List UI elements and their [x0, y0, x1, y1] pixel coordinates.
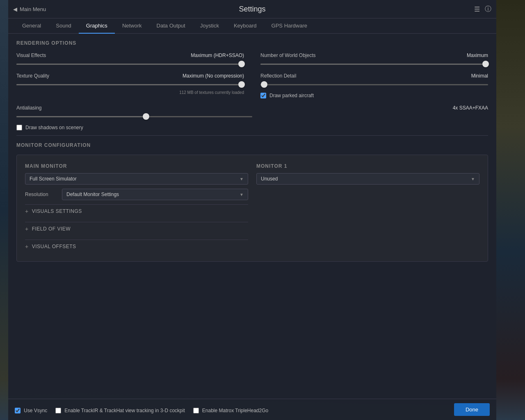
draw-shadows-row: Draw shadows on scenery — [16, 125, 488, 130]
rendering-grid: Visual Effects Maximum (HDR+SSAO) Number… — [16, 52, 488, 98]
resolution-label: Resolution — [25, 192, 58, 197]
visual-offsets-plus-icon: + — [25, 243, 29, 250]
visual-effects-fill — [16, 64, 242, 65]
back-arrow-icon: ◀ — [13, 6, 17, 12]
header: ◀ Main Menu Settings ☰ ⓘ — [8, 0, 496, 18]
tab-joystick[interactable]: Joystick — [193, 18, 226, 34]
visuals-settings-label: VISUALS SETTINGS — [32, 208, 82, 214]
visual-offsets-section: + VISUAL OFFSETS — [25, 240, 248, 253]
antialiasing-slider[interactable] — [16, 112, 252, 121]
reflection-detail-slider[interactable] — [260, 80, 488, 89]
monitor1-dropdown-value: Unused — [261, 176, 278, 182]
trackir-label: Enable TrackIR & TrackHat view tracking … — [64, 408, 185, 413]
tab-gps-hardware[interactable]: GPS Hardware — [264, 18, 315, 34]
matrox-checkbox[interactable] — [193, 408, 199, 413]
monitor1-title: MONITOR 1 — [256, 163, 479, 169]
texture-quality-slider-row: Texture Quality Maximum (No compression)… — [16, 73, 244, 98]
world-objects-fill — [260, 64, 486, 65]
visual-effects-slider[interactable] — [16, 60, 244, 68]
monitor1-dropdown-row: Unused ▼ — [256, 173, 479, 185]
resolution-chevron-icon: ▼ — [240, 192, 244, 197]
back-label: Main Menu — [20, 6, 46, 12]
world-objects-header: Number of World Objects Maximum — [260, 52, 488, 58]
texture-quality-fill — [16, 84, 242, 85]
draw-shadows-label: Draw shadows on scenery — [25, 125, 83, 130]
antialiasing-slider-row: Antialiasing 4x SSAA+FXAA — [16, 105, 488, 121]
done-button[interactable]: Done — [454, 403, 490, 416]
texture-quality-subtext: 112 MB of textures currently loaded — [16, 90, 244, 95]
visual-effects-thumb[interactable] — [238, 61, 245, 67]
tab-general[interactable]: General — [15, 18, 48, 34]
visuals-settings-header[interactable]: + VISUALS SETTINGS — [25, 208, 248, 215]
visual-offsets-header[interactable]: + VISUAL OFFSETS — [25, 243, 248, 250]
world-objects-value: Maximum — [467, 52, 488, 58]
main-monitor-dropdown-value: Full Screen Simulator — [30, 176, 77, 182]
antialiasing-thumb[interactable] — [143, 113, 149, 120]
resolution-row: Resolution Default Monitor Settings ▼ — [25, 189, 248, 200]
field-of-view-label: FIELD OF VIEW — [32, 226, 71, 232]
visual-effects-header: Visual Effects Maximum (HDR+SSAO) — [16, 52, 244, 58]
texture-quality-slider[interactable] — [16, 80, 244, 89]
page-title: Settings — [239, 5, 265, 14]
trackir-row: Enable TrackIR & TrackHat view tracking … — [55, 408, 185, 413]
world-objects-label: Number of World Objects — [260, 52, 316, 58]
world-objects-slider[interactable] — [260, 60, 488, 68]
monitor-config-box: MAIN MONITOR Full Screen Simulator ▼ Res… — [16, 155, 488, 262]
visual-effects-slider-row: Visual Effects Maximum (HDR+SSAO) — [16, 52, 244, 68]
world-objects-thumb[interactable] — [482, 61, 489, 67]
reflection-detail-value: Minimal — [471, 73, 488, 79]
reflection-detail-header: Reflection Detail Minimal — [260, 73, 488, 79]
settings-panel: ◀ Main Menu Settings ☰ ⓘ General Sound G… — [8, 0, 496, 420]
monitor1-dropdown[interactable]: Unused ▼ — [256, 173, 479, 185]
texture-quality-header: Texture Quality Maximum (No compression) — [16, 73, 244, 79]
content-area: RENDERING OPTIONS Visual Effects Maximum… — [8, 34, 496, 399]
resolution-value: Default Monitor Settings — [66, 192, 119, 197]
antialiasing-value: 4x SSAA+FXAA — [453, 105, 488, 111]
main-monitor-dropdown[interactable]: Full Screen Simulator ▼ — [25, 173, 248, 185]
rendering-options-title: RENDERING OPTIONS — [16, 40, 488, 46]
tab-graphics[interactable]: Graphics — [79, 18, 115, 34]
main-monitor-block: MAIN MONITOR Full Screen Simulator ▼ Res… — [25, 163, 248, 253]
monitor1-chevron-icon: ▼ — [471, 177, 475, 181]
trackir-checkbox[interactable] — [55, 408, 61, 413]
reflection-detail-label: Reflection Detail — [260, 73, 296, 79]
monitor1-block: MONITOR 1 Unused ▼ — [256, 163, 479, 253]
sliders-icon[interactable]: ☰ — [474, 5, 480, 13]
tab-data-output[interactable]: Data Output — [149, 18, 193, 34]
tabs-bar: General Sound Graphics Network Data Outp… — [8, 18, 496, 34]
matrox-row: Enable Matrox TripleHead2Go — [193, 408, 268, 413]
tab-keyboard[interactable]: Keyboard — [226, 18, 264, 34]
antialiasing-header: Antialiasing 4x SSAA+FXAA — [16, 105, 488, 111]
antialiasing-fill — [16, 116, 146, 117]
texture-quality-track — [16, 84, 244, 85]
draw-parked-label: Draw parked aircraft — [269, 93, 314, 98]
draw-parked-checkbox[interactable] — [260, 93, 266, 98]
field-of-view-plus-icon: + — [25, 226, 29, 232]
main-monitor-chevron-icon: ▼ — [240, 177, 244, 181]
visual-effects-label: Visual Effects — [16, 52, 46, 58]
resolution-dropdown[interactable]: Default Monitor Settings ▼ — [62, 189, 248, 200]
tab-network[interactable]: Network — [115, 18, 149, 34]
monitors-grid: MAIN MONITOR Full Screen Simulator ▼ Res… — [25, 163, 479, 253]
main-monitor-dropdown-row: Full Screen Simulator ▼ — [25, 173, 248, 185]
field-of-view-header[interactable]: + FIELD OF VIEW — [25, 226, 248, 232]
monitor-config-title: MONITOR CONFIGURATION — [16, 142, 488, 148]
visuals-settings-plus-icon: + — [25, 208, 29, 215]
main-monitor-title: MAIN MONITOR — [25, 163, 248, 169]
reflection-detail-slider-row: Reflection Detail Minimal Draw parked ai… — [260, 73, 488, 98]
texture-quality-thumb[interactable] — [238, 81, 245, 88]
header-icons: ☰ ⓘ — [474, 5, 491, 14]
help-icon[interactable]: ⓘ — [485, 5, 491, 14]
draw-shadows-checkbox[interactable] — [16, 125, 22, 130]
world-objects-track — [260, 64, 488, 65]
visuals-settings-section: + VISUALS SETTINGS — [25, 204, 248, 218]
reflection-detail-thumb[interactable] — [261, 81, 267, 88]
section-divider — [16, 135, 488, 136]
tab-sound[interactable]: Sound — [48, 18, 79, 34]
back-button[interactable]: ◀ Main Menu — [13, 6, 46, 12]
texture-quality-label: Texture Quality — [16, 73, 49, 79]
draw-parked-row: Draw parked aircraft — [260, 93, 488, 98]
world-objects-slider-row: Number of World Objects Maximum — [260, 52, 488, 68]
antialiasing-label: Antialiasing — [16, 105, 41, 111]
use-vsync-checkbox[interactable] — [15, 408, 21, 413]
